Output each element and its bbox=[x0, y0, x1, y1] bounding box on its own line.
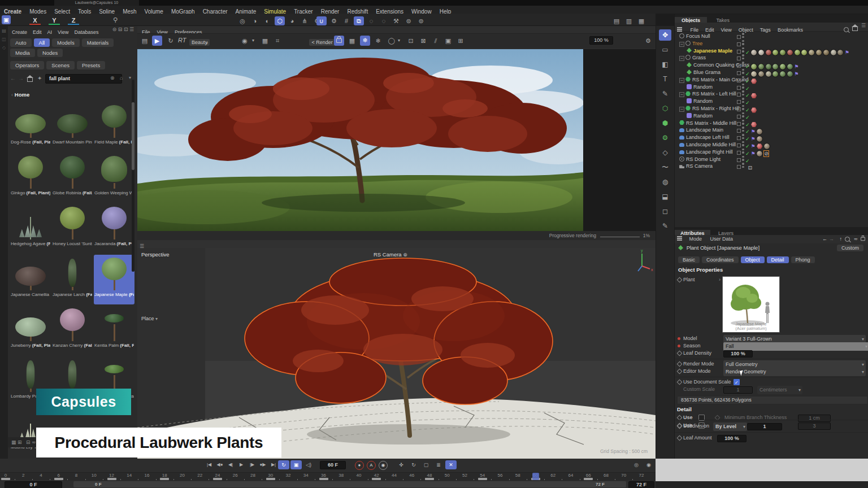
zoom-field[interactable]: 100 % bbox=[589, 36, 613, 45]
record-pla-icon[interactable]: ✕ bbox=[445, 460, 457, 469]
solo-animation-icon[interactable]: ◉ bbox=[643, 460, 654, 469]
rt-label[interactable]: RT bbox=[178, 37, 186, 43]
instance-icon[interactable]: ◑ bbox=[250, 16, 260, 25]
visibility-dots[interactable] bbox=[742, 33, 744, 39]
attr-tab-basic[interactable]: Basic bbox=[678, 256, 700, 263]
grid-snap-icon[interactable]: # bbox=[341, 16, 351, 25]
rendered-image[interactable] bbox=[137, 49, 583, 231]
object-row-tree[interactable]: –Tree bbox=[675, 40, 868, 47]
attr-filter-icon[interactable]: ≂ bbox=[853, 236, 858, 242]
plant-card-kentia-palm[interactable]: Kentia Palm (Fall, Plant) bbox=[94, 306, 134, 355]
expand-icon[interactable]: – bbox=[679, 92, 684, 97]
object-row-random[interactable]: Random✓ bbox=[675, 98, 868, 105]
object-row-landscape-main[interactable]: Landscape Main✓⚑ bbox=[675, 127, 868, 134]
leaf-density-key-icon[interactable] bbox=[677, 351, 683, 356]
ab-tab-models[interactable]: Models bbox=[52, 38, 80, 47]
plant-card-jacaranda[interactable]: Jacaranda (Fall, Plant) bbox=[94, 204, 134, 254]
modeling-axis-icon[interactable]: ⊜ bbox=[416, 16, 426, 25]
viewport-3d[interactable]: ☰ bbox=[137, 240, 656, 459]
dock-icon[interactable]: ◫ bbox=[0, 33, 8, 42]
capsule-settings-icon[interactable]: ⚙ bbox=[659, 132, 671, 143]
quantize-icon[interactable]: ⧉ bbox=[354, 16, 364, 25]
snowflake-b-icon[interactable]: ❄ bbox=[374, 36, 383, 45]
ab-menu-edit[interactable]: Edit bbox=[30, 29, 45, 36]
ab-tab-nodes[interactable]: Nodes bbox=[37, 49, 63, 57]
subdivision-mode-dropdown[interactable]: By Level bbox=[713, 422, 747, 431]
plant-card-japanese-camellia[interactable]: Japanese Camellia (Fal... bbox=[10, 255, 51, 304]
layer-box-icon[interactable] bbox=[737, 35, 741, 39]
prev-frame-button[interactable]: ◀| bbox=[225, 460, 236, 469]
loop-playback-icon[interactable]: ↻ bbox=[278, 460, 289, 469]
plant-card-honey-locust-sunbur-[interactable]: Honey Locust 'Sunbur... bbox=[52, 204, 93, 254]
layer-box-icon[interactable] bbox=[737, 100, 741, 104]
null-object-icon[interactable]: ◎ bbox=[237, 16, 248, 25]
breadcrumb-label[interactable]: Home bbox=[15, 91, 29, 98]
autokey-button[interactable]: A bbox=[367, 461, 376, 470]
leaf-amount-key-icon[interactable] bbox=[677, 435, 683, 441]
ab-tab-presets[interactable]: Presets bbox=[77, 61, 105, 69]
visibility-dots[interactable] bbox=[742, 62, 744, 68]
motion-system-icon[interactable]: ◎ bbox=[631, 460, 642, 469]
axis-y-button[interactable]: Y bbox=[49, 17, 60, 25]
subdivision-key-icon[interactable] bbox=[677, 424, 683, 429]
layer-box-icon[interactable] bbox=[737, 86, 741, 90]
layer-box-icon[interactable] bbox=[737, 42, 741, 46]
plant-card-ginkgo[interactable]: Ginkgo (Fall, Plant) bbox=[10, 153, 51, 203]
layer-box-icon[interactable] bbox=[737, 143, 741, 147]
plant-expand-icon[interactable]: › bbox=[719, 276, 721, 284]
range-start-field[interactable]: 0 F bbox=[5, 481, 62, 488]
visibility-dots[interactable] bbox=[742, 47, 744, 54]
capsule-scatter-icon[interactable]: ⬢ bbox=[659, 117, 671, 129]
pin-icon[interactable]: ◇ bbox=[0, 42, 8, 50]
object-row-japanese-maple[interactable]: Japanese Maple✓⚑ bbox=[675, 47, 868, 55]
expand-icon[interactable]: – bbox=[679, 107, 684, 112]
viewport-camera-badge[interactable]: RS Camera ⊕ bbox=[374, 251, 407, 258]
grid-view-icon[interactable]: ▦ ⊞ bbox=[11, 439, 22, 445]
editor-mode-dropdown[interactable]: Render Geometry bbox=[723, 368, 866, 376]
ab-tab-materials[interactable]: Materials bbox=[82, 38, 114, 47]
preview-range-icon[interactable]: ▣ bbox=[290, 460, 302, 469]
focus-icon[interactable]: ⊡ bbox=[406, 36, 415, 45]
object-row-landscape-left-hill[interactable]: Landscape Left Hill✓⚑ bbox=[675, 134, 868, 141]
compare-dropdown-icon[interactable]: ▾ bbox=[396, 36, 402, 45]
save-scene-icon[interactable]: ▤ bbox=[611, 16, 622, 25]
layer-box-icon[interactable] bbox=[737, 64, 741, 68]
ab-tab-operators[interactable]: Operators bbox=[10, 61, 44, 69]
crop-icon[interactable]: ⌗ bbox=[273, 36, 282, 45]
record-position-icon[interactable]: ✜ bbox=[396, 460, 407, 469]
visibility-dots[interactable] bbox=[742, 54, 744, 60]
visibility-dots[interactable] bbox=[742, 76, 744, 82]
expand-icon[interactable]: – bbox=[679, 56, 684, 61]
visibility-dots[interactable] bbox=[742, 90, 744, 97]
asset-browser-view-icons[interactable]: ⊜ ⊟ ⊡ ☰ bbox=[112, 27, 134, 32]
object-row-landscape-right-hill[interactable]: Landscape Right Hill✓⚑⊘ bbox=[675, 149, 868, 156]
cube-primitive-icon[interactable]: ⬡ bbox=[275, 16, 285, 25]
ab-tab-scenes[interactable]: Scenes bbox=[46, 61, 75, 69]
expand-icon[interactable]: – bbox=[679, 78, 684, 83]
object-row-rs-matrix-main-ground[interactable]: –RS Matrix - Main Ground✓ bbox=[675, 76, 868, 84]
plane-icon[interactable]: ◻ bbox=[659, 206, 671, 217]
layer-box-icon[interactable] bbox=[737, 136, 741, 140]
leaf-density-field[interactable]: 100 % bbox=[723, 350, 753, 358]
restart-render-icon[interactable]: ↻ bbox=[166, 36, 176, 45]
ab-menu-view[interactable]: View bbox=[55, 29, 71, 36]
attr-tab-coordinates[interactable]: Coordinates bbox=[702, 256, 739, 263]
plant-card-hedgehog-agave[interactable]: Hedgehog Agave (Fall... bbox=[10, 204, 51, 254]
model-key-icon[interactable] bbox=[678, 337, 680, 340]
layout-icon[interactable]: ▣ bbox=[2, 15, 11, 24]
visibility-dots[interactable] bbox=[742, 134, 744, 140]
play-button[interactable]: ▶ bbox=[236, 460, 247, 469]
frame-selection-icon[interactable]: ▭ bbox=[659, 44, 671, 55]
leaf-amount-field[interactable]: 100 % bbox=[717, 435, 747, 442]
object-row-rs-matrix-left-hill[interactable]: –RS Matrix - Left Hill✓ bbox=[675, 90, 868, 98]
object-row-random[interactable]: Random✓ bbox=[675, 112, 868, 120]
object-row-rs-dome-light[interactable]: RS Dome Light✓ bbox=[675, 156, 868, 163]
visibility-dots[interactable] bbox=[742, 98, 744, 104]
spline-icon[interactable]: ◇ bbox=[659, 147, 671, 158]
move-tool-icon[interactable]: ✥ bbox=[659, 29, 671, 41]
favorite-icon[interactable]: ✦ bbox=[37, 75, 42, 81]
ab-tab-media[interactable]: Media bbox=[10, 49, 35, 57]
visibility-dots[interactable] bbox=[742, 84, 744, 90]
ring-b-icon[interactable]: ◌ bbox=[379, 16, 389, 25]
visibility-dots[interactable] bbox=[742, 120, 744, 126]
